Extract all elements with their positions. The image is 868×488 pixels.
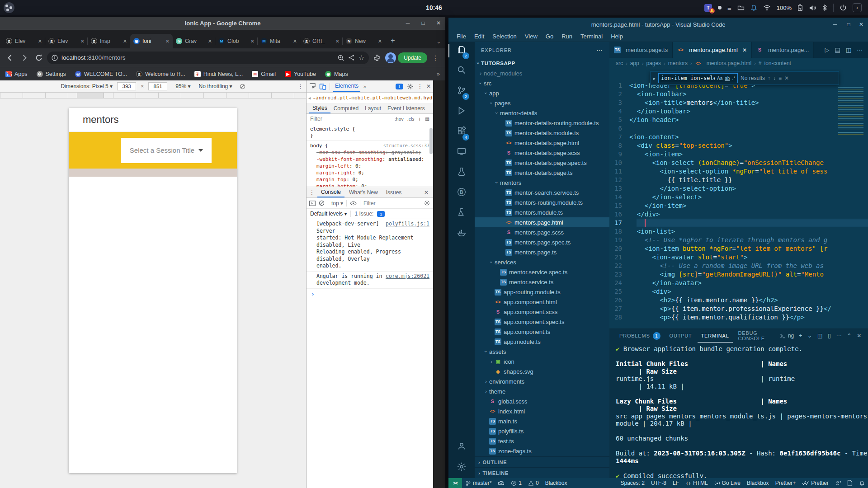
activity-test-icon[interactable]	[448, 167, 475, 178]
share-icon[interactable]	[348, 54, 355, 61]
tree-item-global-scss[interactable]: Sglobal.scss	[475, 396, 609, 406]
find-toggle-icon[interactable]: ▸	[653, 76, 656, 81]
vscode-minimize-button[interactable]: ─	[831, 20, 839, 28]
tab-close-icon[interactable]: ✕	[208, 38, 212, 44]
status-page[interactable]	[844, 480, 856, 486]
console-issue-count[interactable]: 1 Issue:	[354, 211, 373, 217]
tree-item-mentors-page-spec-ts[interactable]: TSmentors.page.spec.ts	[475, 237, 609, 247]
tree-item-mentor-details-page-ts[interactable]: TSmentor-details.page.ts	[475, 168, 609, 178]
activity-beaker-icon[interactable]	[448, 207, 475, 219]
menu-file[interactable]: File	[453, 32, 470, 41]
tab-close-icon[interactable]: ✕	[250, 38, 255, 44]
tab-close-icon[interactable]: ✕	[293, 38, 297, 44]
new-terminal-icon[interactable]: +	[799, 333, 802, 339]
whole-word-icon[interactable]: ab	[725, 76, 730, 81]
browser-tab-grav[interactable]: GGrav✕	[173, 34, 215, 48]
terminal-dropdown-icon[interactable]: ⌄	[807, 333, 812, 339]
tree-item-mentor-search-service-ts[interactable]: TSmentor-search.service.ts	[475, 188, 609, 197]
tab-search-chevron-icon[interactable]: ⌄	[437, 39, 441, 45]
project-root-row[interactable]: › TUTORSAPP	[475, 58, 609, 68]
tree-item-mentor-details-page-html[interactable]: <>mentor-details.page.html	[475, 138, 609, 148]
tree-item-app-module-ts[interactable]: TSapp.module.ts	[475, 337, 609, 347]
panel-tab-terminal[interactable]: TERMINAL	[698, 329, 733, 343]
console-filter-input[interactable]: Filter	[363, 200, 376, 206]
vscode-close-button[interactable]: ✕	[857, 20, 865, 28]
tree-item-mentor-service-spec-ts[interactable]: TSmentor.service.spec.ts	[475, 267, 609, 277]
find-prev-icon[interactable]: ↑	[768, 75, 770, 81]
console-sidebar-icon[interactable]	[309, 201, 316, 206]
status-prettier-[interactable]: Prettier+	[772, 480, 799, 486]
kill-terminal-icon[interactable]: ▯	[828, 333, 831, 339]
panel-more-icon[interactable]: ⋯	[836, 333, 842, 339]
styles-tab-styles[interactable]: Styles	[309, 103, 330, 113]
status-1[interactable]: 1	[508, 480, 525, 486]
remote-indicator[interactable]: ><	[448, 478, 462, 488]
tab-close-icon[interactable]: ✕	[123, 38, 127, 44]
activity-docker-icon[interactable]	[448, 228, 475, 239]
tree-item-mentors-module-ts[interactable]: TSmentors.module.ts	[475, 207, 609, 217]
profile-avatar[interactable]	[385, 52, 396, 63]
editor-tab-mentors-page-html[interactable]: <>mentors.page.html✕	[673, 42, 752, 58]
console-source-link[interactable]: polyfills.js:1	[386, 221, 429, 228]
address-bar[interactable]: localhost:8100/mentors ☆	[47, 52, 369, 64]
new-tab-icon[interactable]: +	[387, 35, 399, 47]
issues-badge[interactable]: 1	[396, 84, 403, 89]
breadcrumb[interactable]: src›app›pages›mentors›<>mentors.page.htm…	[609, 58, 868, 69]
tree-item-mentors-page-ts[interactable]: TSmentors.page.ts	[475, 247, 609, 257]
tab-close-icon[interactable]: ✕	[335, 38, 340, 44]
terminal-shell-select[interactable]: ng	[780, 333, 794, 339]
activity-remote-icon[interactable]	[448, 146, 475, 158]
devtools-settings-gear-icon[interactable]	[407, 83, 414, 90]
devtools-kebab-icon[interactable]: ⋮	[417, 83, 423, 89]
tab-close-icon[interactable]: ✕	[80, 38, 85, 44]
browser-tab-elev[interactable]: SElev✕	[3, 34, 45, 48]
console-context-select[interactable]: top ▾	[331, 200, 343, 206]
tree-item-mentors-routing-module-ts[interactable]: TSmentors-routing.module.ts	[475, 197, 609, 207]
reload-icon[interactable]	[33, 52, 45, 64]
match-case-icon[interactable]: Aa	[717, 76, 722, 81]
tab-close-icon[interactable]: ✕	[378, 38, 382, 44]
panel-tab-debug-console[interactable]: DEBUG CONSOLE	[735, 329, 778, 343]
back-icon[interactable]	[4, 52, 16, 64]
class-button[interactable]: .cls	[407, 116, 415, 122]
styles-tab-event-listeners[interactable]: Event Listeners	[384, 103, 428, 113]
split-editor-icon[interactable]: ◫	[846, 47, 851, 53]
tree-item-app-component-spec-ts[interactable]: TSapp.component.spec.ts	[475, 317, 609, 327]
console-message[interactable]: core.mjs:26021Angular is running indevel…	[307, 272, 433, 289]
bookmarks-overflow-icon[interactable]: »	[437, 70, 440, 77]
regex-icon[interactable]: .*	[732, 76, 735, 81]
layout-icon[interactable]: ▤	[835, 47, 840, 53]
status-go-live[interactable]: Go Live	[711, 480, 744, 486]
menu-selection[interactable]: Selection	[489, 32, 520, 41]
status-prettier[interactable]: Prettier	[799, 480, 832, 486]
browser-tab-gri_[interactable]: SGRI_✕	[300, 34, 343, 48]
tree-item-app-routing-module-ts[interactable]: TSapp-routing.module.ts	[475, 287, 609, 297]
tab-close-icon[interactable]: ✕	[165, 38, 170, 44]
explorer-actions-icon[interactable]: ⋯	[596, 47, 603, 54]
css-property[interactable]: margin-left: 0;	[310, 163, 429, 169]
console-tab-console[interactable]: Console	[317, 187, 344, 197]
menu-edit[interactable]: Edit	[471, 32, 488, 41]
css-property[interactable]: -moz-osx-font-smoothing: grayscale;	[310, 149, 429, 156]
chrome-menu-kebab-icon[interactable]: ⋮	[429, 52, 442, 64]
activity-extensions-icon[interactable]: 4	[448, 126, 475, 138]
activity-account-icon[interactable]	[448, 441, 475, 453]
css-property[interactable]: margin-bottom: 0;	[310, 183, 429, 187]
editor-tab-mentors-page-ts[interactable]: TSmentors.page.ts	[609, 42, 673, 58]
console-kebab-icon[interactable]: ⋮	[309, 189, 315, 196]
tree-item-services[interactable]: ›services	[475, 257, 609, 267]
element-style-rule[interactable]: element.style {	[310, 126, 429, 132]
tree-item-mentors-page-scss[interactable]: Smentors.page.scss	[475, 227, 609, 237]
timeline-section[interactable]: ›TIMELINE	[475, 467, 609, 478]
bookmark-apps[interactable]: ⋮⋮Apps	[5, 71, 28, 77]
panel-tab-problems[interactable]: PROBLEMS1	[616, 329, 664, 343]
status-html[interactable]: {}HTML	[682, 480, 711, 486]
forward-icon[interactable]	[18, 52, 31, 64]
tree-item-app-component-html[interactable]: <>app.component.html	[475, 297, 609, 307]
tree-item-mentor-details-page-scss[interactable]: Smentor-details.page.scss	[475, 148, 609, 158]
editor-tab-close-icon[interactable]: ✕	[742, 47, 747, 53]
find-close-icon[interactable]: ✕	[784, 75, 789, 81]
tree-item-shapes-svg[interactable]: ◈shapes.svg	[475, 366, 609, 376]
breadcrumb-item[interactable]: app	[630, 60, 639, 66]
device-toolbar-options-icon[interactable]: ⋮	[297, 83, 303, 90]
